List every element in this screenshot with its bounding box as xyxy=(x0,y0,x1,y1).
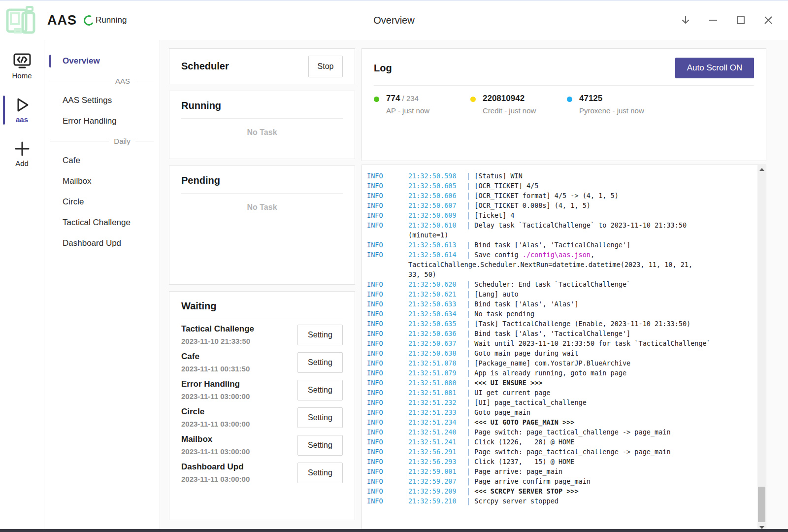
rail-item-label: Home xyxy=(12,71,32,80)
setting-button[interactable]: Setting xyxy=(297,352,343,373)
log-timestamp: 21:32:50.636 xyxy=(408,329,466,338)
scrollbar-thumb[interactable] xyxy=(758,487,765,522)
waiting-list: Tactical Challenge2023-11-10 21:33:50Set… xyxy=(181,324,343,483)
rail-item-aas[interactable]: aas xyxy=(0,95,44,126)
running-title: Running xyxy=(181,100,343,111)
active-indicator xyxy=(49,55,51,67)
log-line: INFO21:32:51.080| <<< UI ENSURE >>> xyxy=(367,378,757,388)
log-separator: | xyxy=(466,241,474,249)
waiting-title: Waiting xyxy=(181,300,343,312)
stat-value: 220810942 xyxy=(483,94,536,103)
log-line: INFO21:32:59.210| Scrcpy server stopped xyxy=(367,496,757,506)
waiting-task-time: 2023-11-11 03:00:00 xyxy=(181,392,250,400)
log-message: <<< UI GOTO PAGE_MAIN >>> xyxy=(474,418,574,426)
scrollbar-up-icon[interactable] xyxy=(757,165,766,173)
stat-label: Credit - just now xyxy=(483,106,536,115)
rail-item-label: Add xyxy=(15,159,29,167)
log-line: INFO21:32:50.635| [Task] TacticalChallen… xyxy=(367,319,757,329)
log-message: [Ticket] 4 xyxy=(474,211,514,219)
waiting-task-time: 2023-11-11 03:00:00 xyxy=(181,447,250,456)
log-timestamp: 21:32:50.635 xyxy=(408,319,466,329)
nav-item-overview[interactable]: Overview xyxy=(44,51,160,71)
scheduler-card: Scheduler Stop xyxy=(169,48,355,84)
log-timestamp: 21:32:51.233 xyxy=(408,407,466,417)
stat-dot-icon xyxy=(567,97,572,102)
nav-item-error-handling[interactable]: Error Handling xyxy=(44,111,160,132)
waiting-task-info: Error Handling2023-11-11 03:00:00 xyxy=(181,379,250,400)
divider xyxy=(181,118,343,119)
log-separator: | xyxy=(466,379,474,387)
setting-button[interactable]: Setting xyxy=(297,380,343,400)
log-timestamp: 21:32:59.001 xyxy=(408,466,466,476)
scheduler-title: Scheduler xyxy=(181,61,229,72)
pending-title: Pending xyxy=(181,175,343,186)
log-line: INFO21:32:59.001| Page arrive: page_main xyxy=(367,466,757,476)
waiting-task-time: 2023-11-11 03:00:00 xyxy=(181,475,250,483)
log-separator: | xyxy=(466,487,474,495)
log-message: Delay task `TacticalChallenge` to 2023-1… xyxy=(474,221,687,229)
log-separator: | xyxy=(466,408,474,416)
waiting-task-info: Tactical Challenge2023-11-10 21:33:50 xyxy=(181,324,254,345)
close-icon[interactable] xyxy=(758,10,778,30)
nav-item-mailbox[interactable]: Mailbox xyxy=(44,171,160,192)
log-level: INFO xyxy=(367,437,408,447)
nav-section-divider: Daily xyxy=(44,132,160,150)
auto-scroll-button[interactable]: Auto Scroll ON xyxy=(675,58,754,78)
pending-empty-text: No Task xyxy=(181,203,343,212)
log-separator: | xyxy=(466,339,474,347)
log-line: INFO21:32:51.081| UI get current page xyxy=(367,388,757,398)
log-timestamp: 21:32:51.078 xyxy=(408,358,466,368)
log-message: Save config xyxy=(474,251,523,259)
nav-item-circle[interactable]: Circle xyxy=(44,192,160,212)
nav-sidebar: Overview AASAAS SettingsError HandlingDa… xyxy=(44,40,160,532)
log-stat: 774 / 234AP - just now xyxy=(374,94,470,115)
log-line: INFO21:32:50.621| [Lang] auto xyxy=(367,289,757,299)
log-level: INFO xyxy=(367,358,408,368)
waiting-task-row: Circle2023-11-11 03:00:00Setting xyxy=(181,407,343,428)
plus-icon xyxy=(14,140,31,157)
log-line: INFO21:32:50.605| [OCR_TICKET] 4/5 xyxy=(367,181,757,191)
log-level: INFO xyxy=(367,191,408,200)
window-controls xyxy=(676,10,788,30)
waiting-task-name: Mailbox xyxy=(181,434,250,444)
log-separator: | xyxy=(466,349,474,357)
log-separator: | xyxy=(466,182,474,190)
rail-item-home[interactable]: Home xyxy=(0,51,44,82)
log-separator: | xyxy=(466,497,474,505)
log-message: Bind task ['Alas', 'TacticalChallenge'] xyxy=(474,241,630,249)
nav-item-tactical-challenge[interactable]: Tactical Challenge xyxy=(44,212,160,233)
log-separator: | xyxy=(466,310,474,318)
scrollbar-track[interactable] xyxy=(757,173,766,523)
log-message: , xyxy=(591,251,594,259)
setting-button[interactable]: Setting xyxy=(297,325,343,345)
log-line: INFO21:32:51.078| [Package_name] com.Yos… xyxy=(367,358,757,368)
log-line: 33, 50) xyxy=(367,269,757,279)
log-separator: | xyxy=(466,359,474,367)
setting-button[interactable]: Setting xyxy=(297,463,343,483)
log-message: [OCR_TICKET 0.008s] (4, 1, 5) xyxy=(474,201,591,209)
log-scroll-area[interactable]: INFO21:32:50.598| [Status] WININFO21:32:… xyxy=(362,165,757,532)
pending-card: Pending No Task xyxy=(169,166,355,285)
setting-button[interactable]: Setting xyxy=(297,435,343,456)
nav-item-aas-settings[interactable]: AAS Settings xyxy=(44,90,160,111)
log-separator: | xyxy=(466,369,474,377)
maximize-icon[interactable] xyxy=(731,10,751,30)
log-level: INFO xyxy=(367,417,408,427)
minimize-icon[interactable] xyxy=(703,10,723,30)
setting-button[interactable]: Setting xyxy=(297,407,343,428)
log-level: INFO xyxy=(367,476,408,486)
nav-item-dashboard-upd[interactable]: Dashboard Upd xyxy=(44,233,160,254)
log-level: INFO xyxy=(367,427,408,437)
log-stat: 220810942Credit - just now xyxy=(470,94,567,115)
log-level: INFO xyxy=(367,240,408,250)
stat-value: 47125 xyxy=(579,94,644,103)
rail-item-add[interactable]: Add xyxy=(0,138,44,169)
waiting-task-name: Dashboard Upd xyxy=(181,462,250,472)
content-area: Scheduler Stop Running No Task Pending N… xyxy=(160,40,788,532)
nav-item-cafe[interactable]: Cafe xyxy=(44,150,160,171)
log-message: Page switch: page_tactical_challenge -> … xyxy=(474,448,670,456)
download-update-icon[interactable] xyxy=(676,10,695,30)
titlebar: AAS Running Overview xyxy=(0,0,788,40)
waiting-card: Waiting Tactical Challenge2023-11-10 21:… xyxy=(169,291,355,520)
stop-button[interactable]: Stop xyxy=(308,56,343,77)
